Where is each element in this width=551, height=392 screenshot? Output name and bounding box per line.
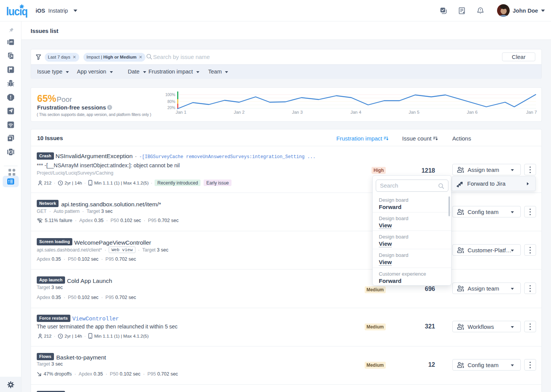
svg-text:Jan 2: Jan 2 [234,110,245,114]
svg-text:Jan 1: Jan 1 [176,110,186,114]
svg-text:Jan 7: Jan 7 [526,110,537,114]
svg-text:100%: 100% [165,93,175,97]
svg-text:20%: 20% [168,106,175,110]
svg-text:Jan 5: Jan 5 [409,110,419,114]
svg-text:80%: 80% [168,100,175,104]
svg-text:Jan 6: Jan 6 [467,110,478,114]
svg-text:Jan 4: Jan 4 [350,110,362,114]
svg-text:Jan 3: Jan 3 [292,110,303,114]
